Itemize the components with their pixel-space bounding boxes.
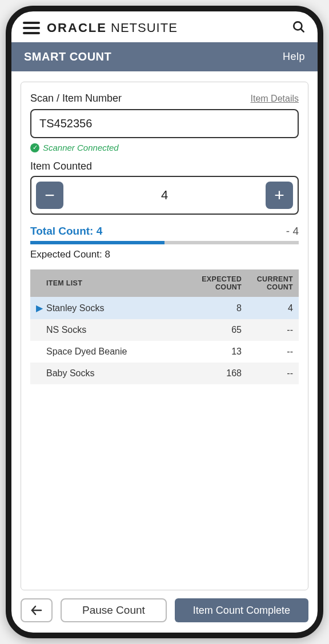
brand-prefix: ORACLE bbox=[47, 21, 107, 35]
scanner-status-text: Scanner Connected bbox=[43, 143, 119, 152]
total-row: Total Count: 4 - 4 bbox=[30, 225, 299, 238]
back-button[interactable] bbox=[21, 598, 53, 623]
content-area: Scan / Item Number Item Details ✓ Scanne… bbox=[11, 71, 318, 590]
brand-logo: ORACLE NETSUITE bbox=[47, 21, 178, 35]
check-circle-icon: ✓ bbox=[30, 143, 39, 152]
count-progress bbox=[30, 241, 299, 244]
increment-button[interactable]: + bbox=[266, 182, 293, 209]
item-name: NS Socks bbox=[46, 325, 190, 335]
help-link[interactable]: Help bbox=[283, 51, 305, 63]
complete-count-button[interactable]: Item Count Complete bbox=[175, 598, 308, 623]
counter-value: 4 bbox=[161, 188, 168, 203]
current-value: -- bbox=[242, 347, 293, 357]
table-row[interactable]: ▶Stanley Socks84 bbox=[30, 297, 299, 319]
item-name: Space Dyed Beanie bbox=[46, 347, 190, 357]
search-icon[interactable] bbox=[291, 19, 306, 37]
progress-fill bbox=[30, 241, 164, 244]
item-name: Stanley Socks bbox=[46, 303, 190, 313]
scanner-status: ✓ Scanner Connected bbox=[30, 143, 299, 152]
total-value: 4 bbox=[97, 225, 103, 237]
table-row[interactable]: Baby Socks168-- bbox=[30, 363, 299, 384]
scan-label-row: Scan / Item Number Item Details bbox=[30, 92, 299, 104]
arrow-left-icon bbox=[30, 603, 43, 617]
item-table-header: ITEM LIST EXPECTED COUNT CURRENT COUNT bbox=[30, 269, 299, 297]
expected-value: 65 bbox=[190, 325, 242, 335]
svg-line-1 bbox=[300, 29, 303, 31]
th-current: CURRENT COUNT bbox=[242, 275, 293, 291]
brand-suffix: NETSUITE bbox=[111, 21, 178, 35]
menu-icon[interactable] bbox=[23, 22, 40, 34]
page-title: SMART COUNT bbox=[24, 50, 111, 63]
page-titlebar: SMART COUNT Help bbox=[11, 42, 318, 71]
scan-label: Scan / Item Number bbox=[30, 92, 122, 104]
th-expected: EXPECTED COUNT bbox=[190, 275, 242, 291]
row-active-icon: ▶ bbox=[33, 303, 46, 313]
total-count-label: Total Count: 4 bbox=[30, 225, 102, 238]
count-card: Scan / Item Number Item Details ✓ Scanne… bbox=[21, 82, 308, 590]
footer-actions: Pause Count Item Count Complete bbox=[11, 590, 318, 633]
expected-count-label: Expected Count: 8 bbox=[30, 249, 299, 260]
current-value: 4 bbox=[242, 303, 293, 313]
table-row[interactable]: Space Dyed Beanie13-- bbox=[30, 341, 299, 363]
counter-label: Item Counted bbox=[30, 160, 299, 172]
total-prefix: Total Count: bbox=[30, 225, 97, 237]
th-item: ITEM LIST bbox=[46, 279, 190, 287]
current-value: -- bbox=[242, 368, 293, 379]
phone-frame: ORACLE NETSUITE SMART COUNT Help Scan / … bbox=[6, 6, 323, 638]
counter-box: − 4 + bbox=[30, 176, 299, 215]
topbar-left: ORACLE NETSUITE bbox=[23, 21, 178, 35]
scan-input[interactable] bbox=[30, 109, 299, 138]
count-difference: - 4 bbox=[286, 225, 299, 238]
expected-value: 13 bbox=[190, 347, 242, 357]
item-table-body: ▶Stanley Socks84NS Socks65--Space Dyed B… bbox=[30, 297, 299, 384]
table-row[interactable]: NS Socks65-- bbox=[30, 319, 299, 341]
expected-value: 168 bbox=[190, 368, 242, 379]
decrement-button[interactable]: − bbox=[36, 182, 63, 209]
pause-count-button[interactable]: Pause Count bbox=[61, 598, 167, 623]
item-name: Baby Socks bbox=[46, 368, 190, 379]
item-details-link[interactable]: Item Details bbox=[251, 94, 299, 104]
expected-value: 8 bbox=[190, 303, 242, 313]
app-topbar: ORACLE NETSUITE bbox=[11, 11, 318, 42]
current-value: -- bbox=[242, 325, 293, 335]
